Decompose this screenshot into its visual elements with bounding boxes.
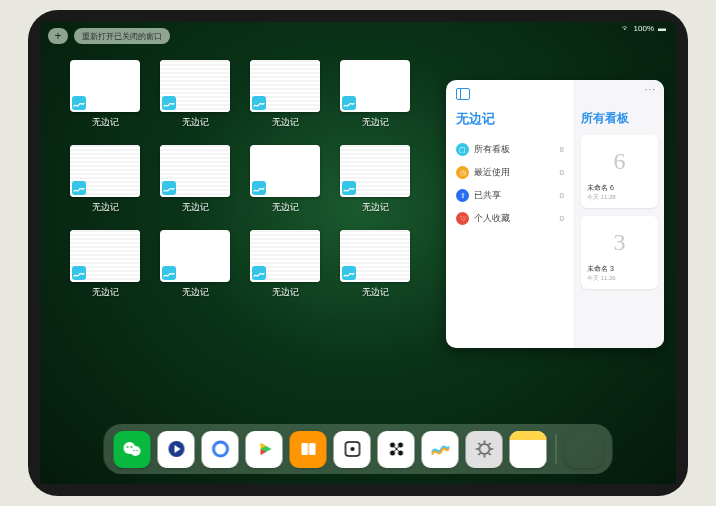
dice-icon[interactable] bbox=[334, 431, 371, 468]
sidebar-toggle-icon[interactable] bbox=[456, 88, 470, 100]
app-label: 无边记 bbox=[362, 286, 389, 299]
freeform-icon bbox=[162, 96, 176, 110]
new-space-button[interactable]: + bbox=[48, 28, 68, 44]
app-library-icon[interactable] bbox=[566, 431, 603, 468]
app-label: 无边记 bbox=[182, 286, 209, 299]
app-switcher-card[interactable]: 无边记 bbox=[160, 60, 230, 129]
books-icon[interactable] bbox=[290, 431, 327, 468]
svg-point-4 bbox=[133, 450, 134, 451]
panel-item-label: 最近使用 bbox=[474, 166, 510, 179]
dock bbox=[104, 424, 613, 474]
board-preview: 6 bbox=[587, 141, 652, 181]
freeform-icon bbox=[252, 96, 266, 110]
app-thumbnail bbox=[160, 230, 230, 282]
app-thumbnail bbox=[70, 60, 140, 112]
panel-item-icon: ♡ bbox=[456, 212, 469, 225]
app-label: 无边记 bbox=[362, 201, 389, 214]
freeform-icon bbox=[342, 96, 356, 110]
freeform-icon bbox=[252, 181, 266, 195]
ipad-screen: ᯤ 100% ▬ + 重新打开已关闭的窗口 无边记无边记无边记无边记无边记无边记… bbox=[40, 22, 676, 484]
board-title: 未命名 3 bbox=[587, 264, 652, 274]
app-thumbnail bbox=[70, 230, 140, 282]
svg-line-22 bbox=[488, 453, 490, 455]
svg-rect-12 bbox=[301, 443, 308, 455]
app-label: 无边记 bbox=[92, 286, 119, 299]
app-thumbnail bbox=[250, 145, 320, 197]
app-thumbnail bbox=[160, 145, 230, 197]
reopen-window-button[interactable]: 重新打开已关闭的窗口 bbox=[74, 28, 170, 44]
svg-point-3 bbox=[130, 446, 132, 448]
battery-icon: ▬ bbox=[658, 24, 666, 33]
svg-point-15 bbox=[350, 447, 354, 451]
app-switcher-card[interactable]: 无边记 bbox=[70, 60, 140, 129]
freeform-icon bbox=[252, 266, 266, 280]
svg-point-8 bbox=[213, 442, 227, 456]
tencent-video-icon[interactable] bbox=[158, 431, 195, 468]
freeform-icon bbox=[72, 266, 86, 280]
settings-icon[interactable] bbox=[466, 431, 503, 468]
play-app-icon[interactable] bbox=[246, 431, 283, 468]
board-card[interactable]: 3未命名 3今天 11:26 bbox=[581, 216, 658, 289]
connect-icon[interactable] bbox=[378, 431, 415, 468]
panel-more-button[interactable]: ··· bbox=[645, 84, 656, 95]
panel-item-label: 所有看板 bbox=[474, 143, 510, 156]
app-switcher-card[interactable]: 无边记 bbox=[70, 145, 140, 214]
app-thumbnail bbox=[340, 230, 410, 282]
app-switcher-card[interactable]: 无边记 bbox=[160, 230, 230, 299]
panel-left: 无边记 ▢所有看板8◷最近使用0⇪已共享0♡个人收藏0 bbox=[446, 80, 574, 348]
svg-point-2 bbox=[126, 446, 128, 448]
app-switcher-card[interactable]: 无边记 bbox=[250, 145, 320, 214]
app-switcher-card[interactable]: 无边记 bbox=[250, 230, 320, 299]
top-toolbar: + 重新打开已关闭的窗口 bbox=[48, 28, 170, 44]
app-label: 无边记 bbox=[272, 201, 299, 214]
panel-item-count: 8 bbox=[560, 145, 564, 154]
app-label: 无边记 bbox=[272, 286, 299, 299]
panel-item-label: 已共享 bbox=[474, 189, 501, 202]
freeform-icon bbox=[162, 181, 176, 195]
freeform-icon bbox=[72, 96, 86, 110]
app-label: 无边记 bbox=[362, 116, 389, 129]
app-switcher-card[interactable]: 无边记 bbox=[340, 60, 410, 129]
app-thumbnail bbox=[160, 60, 230, 112]
panel-item-count: 0 bbox=[560, 168, 564, 177]
app-label: 无边记 bbox=[182, 116, 209, 129]
panel-list-item[interactable]: ♡个人收藏0 bbox=[456, 207, 564, 230]
ipad-frame: ᯤ 100% ▬ + 重新打开已关闭的窗口 无边记无边记无边记无边记无边记无边记… bbox=[28, 10, 688, 496]
panel-list-item[interactable]: ◷最近使用0 bbox=[456, 161, 564, 184]
panel-right: 所有看板 6未命名 6今天 11:283未命名 3今天 11:26 bbox=[574, 80, 664, 348]
battery-text: 100% bbox=[634, 24, 654, 33]
svg-point-5 bbox=[136, 450, 137, 451]
app-thumbnail bbox=[250, 60, 320, 112]
svg-line-26 bbox=[478, 443, 480, 445]
quark-icon[interactable] bbox=[202, 431, 239, 468]
panel-right-title: 所有看板 bbox=[581, 110, 658, 127]
panel-title: 无边记 bbox=[456, 110, 564, 128]
board-title: 未命名 6 bbox=[587, 183, 652, 193]
panel-list-item[interactable]: ⇪已共享0 bbox=[456, 184, 564, 207]
panel-item-icon: ▢ bbox=[456, 143, 469, 156]
freeform-panel: ··· 无边记 ▢所有看板8◷最近使用0⇪已共享0♡个人收藏0 所有看板 6未命… bbox=[446, 80, 664, 348]
panel-list-item[interactable]: ▢所有看板8 bbox=[456, 138, 564, 161]
app-switcher-card[interactable]: 无边记 bbox=[250, 60, 320, 129]
svg-line-24 bbox=[478, 453, 480, 455]
board-subtitle: 今天 11:28 bbox=[587, 193, 652, 202]
board-preview: 3 bbox=[587, 222, 652, 262]
wechat-icon[interactable] bbox=[114, 431, 151, 468]
app-thumbnail bbox=[250, 230, 320, 282]
wifi-icon: ᯤ bbox=[622, 24, 630, 33]
freeform-icon bbox=[342, 181, 356, 195]
app-switcher-card[interactable]: 无边记 bbox=[340, 230, 410, 299]
app-switcher-card[interactable]: 无边记 bbox=[70, 230, 140, 299]
freeform-icon bbox=[162, 266, 176, 280]
board-card[interactable]: 6未命名 6今天 11:28 bbox=[581, 135, 658, 208]
status-bar: ᯤ 100% ▬ bbox=[622, 24, 666, 33]
notes-icon[interactable] bbox=[510, 431, 547, 468]
app-label: 无边记 bbox=[92, 201, 119, 214]
app-switcher-card[interactable]: 无边记 bbox=[160, 145, 230, 214]
freeform-icon[interactable] bbox=[422, 431, 459, 468]
app-thumbnail bbox=[70, 145, 140, 197]
panel-item-icon: ◷ bbox=[456, 166, 469, 179]
svg-line-28 bbox=[488, 443, 490, 445]
app-switcher-card[interactable]: 无边记 bbox=[340, 145, 410, 214]
freeform-icon bbox=[72, 181, 86, 195]
